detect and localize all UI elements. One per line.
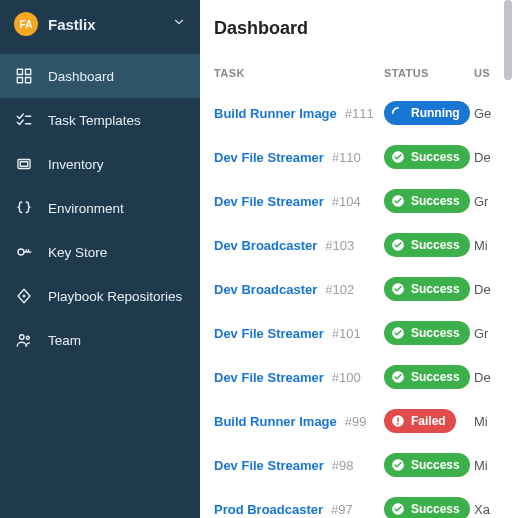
table-row: Prod Broadcaster#97SuccessXa [214, 487, 512, 518]
user-cell: Mi [474, 399, 512, 443]
svg-rect-2 [17, 78, 22, 83]
key-icon [14, 242, 34, 262]
project-switcher[interactable]: FA Fastlix [0, 0, 200, 48]
status-badge-success: Success [384, 497, 470, 518]
failed-icon [390, 413, 406, 429]
dashboard-icon [14, 66, 34, 86]
task-id: #99 [345, 414, 367, 429]
sidebar: FA Fastlix DashboardTask TemplatesInvent… [0, 0, 200, 518]
user-cell: Mi [474, 223, 512, 267]
sidebar-item-label: Dashboard [48, 69, 114, 84]
success-icon [390, 193, 406, 209]
svg-point-11 [26, 336, 29, 339]
status-label: Running [411, 106, 460, 120]
svg-point-26 [397, 423, 399, 425]
status-badge-success: Success [384, 145, 470, 169]
status-badge-success: Success [384, 277, 470, 301]
sidebar-item-label: Team [48, 333, 81, 348]
chevron-down-icon [172, 15, 186, 33]
sidebar-item-label: Playbook Repositories [48, 289, 182, 304]
sidebar-item-key-store[interactable]: Key Store [0, 230, 200, 274]
user-cell: Xa [474, 487, 512, 518]
task-id: #111 [345, 106, 374, 121]
status-badge-success: Success [384, 321, 470, 345]
col-header-task[interactable]: TASK [214, 49, 384, 91]
task-link[interactable]: Dev File Streamer [214, 150, 324, 165]
table-row: Dev File Streamer#110SuccessDe [214, 135, 512, 179]
user-cell: De [474, 267, 512, 311]
sidebar-item-label: Key Store [48, 245, 107, 260]
user-cell: De [474, 355, 512, 399]
success-icon [390, 237, 406, 253]
success-icon [390, 149, 406, 165]
success-icon [390, 281, 406, 297]
status-badge-running: Running [384, 101, 470, 125]
sidebar-item-playbook-repositories[interactable]: Playbook Repositories [0, 274, 200, 318]
table-row: Dev File Streamer#100SuccessDe [214, 355, 512, 399]
status-badge-success: Success [384, 233, 470, 257]
sidebar-item-environment[interactable]: Environment [0, 186, 200, 230]
user-cell: De [474, 135, 512, 179]
task-id: #102 [325, 282, 354, 297]
table-row: Dev File Streamer#104SuccessGr [214, 179, 512, 223]
svg-point-8 [18, 249, 24, 255]
success-icon [390, 457, 406, 473]
sidebar-item-inventory[interactable]: Inventory [0, 142, 200, 186]
page-header: Dashboard [200, 0, 512, 49]
task-link[interactable]: Build Runner Image [214, 414, 337, 429]
sidebar-item-label: Inventory [48, 157, 104, 172]
task-link[interactable]: Prod Broadcaster [214, 502, 323, 517]
status-label: Success [411, 194, 460, 208]
status-label: Success [411, 282, 460, 296]
task-link[interactable]: Dev File Streamer [214, 458, 324, 473]
task-link[interactable]: Dev File Streamer [214, 326, 324, 341]
task-link[interactable]: Build Runner Image [214, 106, 337, 121]
task-id: #103 [325, 238, 354, 253]
svg-rect-0 [17, 69, 22, 74]
task-id: #101 [332, 326, 361, 341]
col-header-status[interactable]: STATUS [384, 49, 474, 91]
task-link[interactable]: Dev Broadcaster [214, 238, 317, 253]
project-avatar: FA [14, 12, 38, 36]
status-label: Success [411, 370, 460, 384]
table-row: Dev Broadcaster#102SuccessDe [214, 267, 512, 311]
task-id: #110 [332, 150, 361, 165]
sidebar-item-dashboard[interactable]: Dashboard [0, 54, 200, 98]
table-row: Dev File Streamer#101SuccessGr [214, 311, 512, 355]
svg-rect-1 [26, 69, 31, 74]
sidebar-nav: DashboardTask TemplatesInventoryEnvironm… [0, 48, 200, 362]
layers-icon [14, 154, 34, 174]
status-badge-success: Success [384, 453, 470, 477]
sidebar-item-team[interactable]: Team [0, 318, 200, 362]
status-label: Success [411, 150, 460, 164]
sidebar-item-label: Task Templates [48, 113, 141, 128]
svg-rect-7 [20, 162, 28, 167]
status-label: Success [411, 326, 460, 340]
vertical-scrollbar[interactable] [504, 0, 512, 80]
main-panel: Dashboard TASK STATUS US Build Runner Im… [200, 0, 512, 518]
diamond-icon [14, 286, 34, 306]
user-cell: Mi [474, 443, 512, 487]
status-badge-success: Success [384, 365, 470, 389]
success-icon [390, 501, 406, 517]
task-id: #98 [332, 458, 354, 473]
page-title: Dashboard [214, 18, 498, 39]
task-id: #97 [331, 502, 353, 517]
user-cell: Gr [474, 311, 512, 355]
svg-point-10 [20, 335, 25, 340]
status-label: Success [411, 458, 460, 472]
task-link[interactable]: Dev File Streamer [214, 194, 324, 209]
table-row: Build Runner Image#99FailedMi [214, 399, 512, 443]
task-id: #104 [332, 194, 361, 209]
running-icon [390, 105, 406, 121]
status-label: Success [411, 502, 460, 516]
sidebar-item-task-templates[interactable]: Task Templates [0, 98, 200, 142]
tasks-table-wrap: TASK STATUS US Build Runner Image#111Run… [200, 49, 512, 518]
task-link[interactable]: Dev Broadcaster [214, 282, 317, 297]
tasks-table: TASK STATUS US Build Runner Image#111Run… [214, 49, 512, 518]
task-id: #100 [332, 370, 361, 385]
team-icon [14, 330, 34, 350]
svg-rect-3 [26, 78, 31, 83]
sidebar-item-label: Environment [48, 201, 124, 216]
task-link[interactable]: Dev File Streamer [214, 370, 324, 385]
